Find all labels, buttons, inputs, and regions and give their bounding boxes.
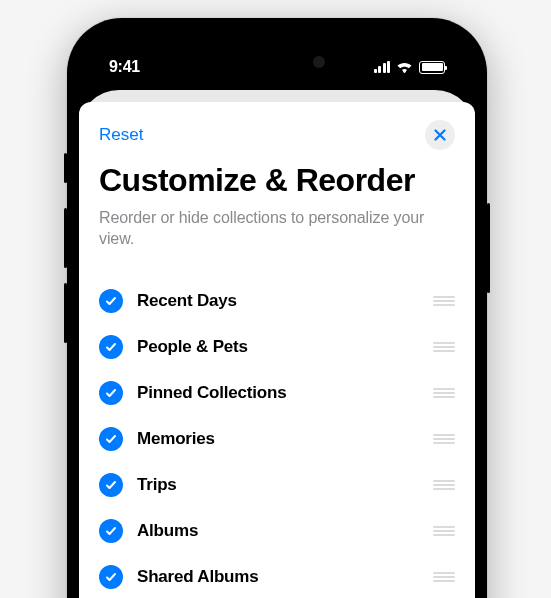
checkbox[interactable]: [99, 335, 123, 359]
item-label: Trips: [137, 475, 419, 495]
page-subtitle: Reorder or hide collections to personali…: [99, 207, 455, 250]
phone-side-buttons-left: [64, 153, 67, 358]
item-label: Recent Days: [137, 291, 419, 311]
status-icons: [374, 61, 446, 74]
close-button[interactable]: [425, 120, 455, 150]
checkbox[interactable]: [99, 289, 123, 313]
checkmark-icon: [105, 479, 117, 491]
list-item[interactable]: Trips: [99, 462, 455, 508]
list-item[interactable]: Recent Days: [99, 278, 455, 324]
list-item[interactable]: People & Pets: [99, 324, 455, 370]
drag-handle-icon[interactable]: [433, 434, 455, 444]
checkbox[interactable]: [99, 427, 123, 451]
sheet-header: Reset: [99, 120, 455, 150]
list-item[interactable]: Pinned Collections: [99, 370, 455, 416]
status-time: 9:41: [109, 58, 140, 76]
checkmark-icon: [105, 295, 117, 307]
wifi-icon: [396, 61, 413, 73]
drag-handle-icon[interactable]: [433, 388, 455, 398]
item-label: Pinned Collections: [137, 383, 419, 403]
drag-handle-icon[interactable]: [433, 572, 455, 582]
drag-handle-icon[interactable]: [433, 342, 455, 352]
item-label: Memories: [137, 429, 419, 449]
checkbox[interactable]: [99, 565, 123, 589]
checkbox[interactable]: [99, 519, 123, 543]
page-title: Customize & Reorder: [99, 162, 455, 199]
checkbox[interactable]: [99, 473, 123, 497]
item-label: People & Pets: [137, 337, 419, 357]
phone-frame: 9:41: [67, 18, 487, 598]
battery-icon: [419, 61, 445, 74]
checkmark-icon: [105, 387, 117, 399]
item-label: Shared Albums: [137, 567, 419, 587]
checkmark-icon: [105, 525, 117, 537]
phone-screen: 9:41: [79, 30, 475, 598]
customize-sheet: Reset Customize & Reorder Reorder or hid…: [79, 102, 475, 598]
checkmark-icon: [105, 433, 117, 445]
collections-list: Recent Days People & Pets: [99, 278, 455, 598]
svg-point-0: [403, 70, 405, 72]
list-item[interactable]: Memories: [99, 416, 455, 462]
phone-side-button-right: [487, 203, 490, 293]
cellular-signal-icon: [374, 61, 391, 73]
drag-handle-icon[interactable]: [433, 296, 455, 306]
list-item[interactable]: Shared Albums: [99, 554, 455, 598]
close-icon: [434, 129, 446, 141]
drag-handle-icon[interactable]: [433, 526, 455, 536]
front-camera: [313, 56, 325, 68]
drag-handle-icon[interactable]: [433, 480, 455, 490]
dynamic-island: [217, 45, 337, 79]
list-item[interactable]: Albums: [99, 508, 455, 554]
checkbox[interactable]: [99, 381, 123, 405]
item-label: Albums: [137, 521, 419, 541]
checkmark-icon: [105, 341, 117, 353]
reset-button[interactable]: Reset: [99, 125, 143, 145]
checkmark-icon: [105, 571, 117, 583]
